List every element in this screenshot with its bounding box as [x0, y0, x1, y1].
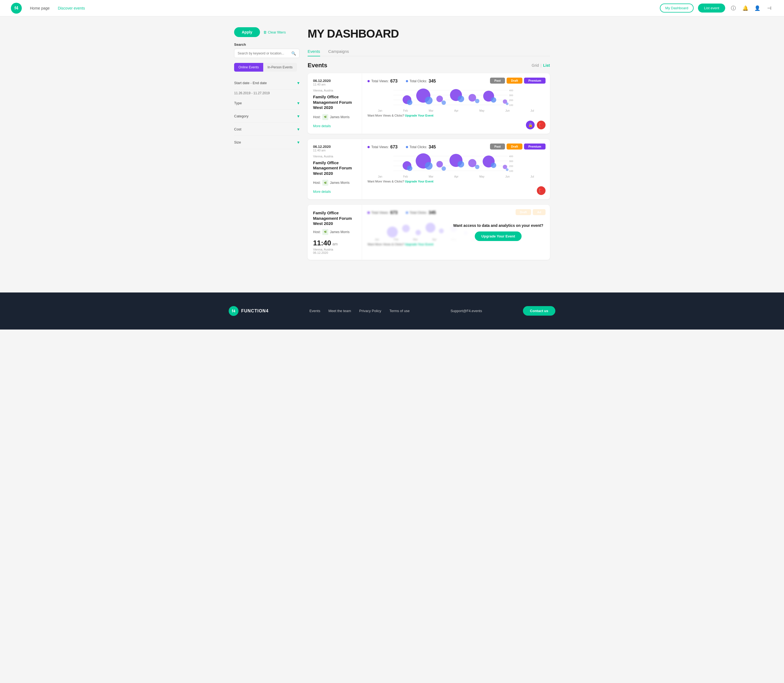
- svg-point-16: [491, 97, 496, 103]
- svg-point-46: [415, 230, 421, 235]
- footer-brand: FUNCTION4: [241, 309, 269, 313]
- card-location: Vienna, Austria: [313, 89, 356, 92]
- nav-home[interactable]: Home page: [30, 6, 50, 10]
- host-name: James Morris: [330, 115, 350, 119]
- date-filter-row[interactable]: Start date - End date ▾: [234, 77, 299, 90]
- nav-discover[interactable]: Discover events: [58, 6, 85, 10]
- more-details-link[interactable]: More details: [313, 124, 331, 128]
- svg-point-47: [426, 223, 435, 232]
- clicks-value: 345: [429, 144, 436, 149]
- size-filter-row[interactable]: Size ▾: [234, 136, 299, 149]
- cost-filter-row[interactable]: Cost ▾: [234, 123, 299, 136]
- contact-button[interactable]: Contact us: [523, 306, 555, 316]
- card-date: 06.12.2020: [313, 79, 356, 83]
- more-details-link[interactable]: More details: [313, 190, 331, 194]
- total-views-stat: Total Views: 673: [368, 79, 398, 83]
- bubble-chart-1: 400 300 200 100: [368, 87, 544, 109]
- bell-icon[interactable]: 🔔: [742, 4, 749, 12]
- grid-label[interactable]: Grid: [532, 63, 539, 67]
- list-label[interactable]: List: [543, 63, 550, 67]
- svg-point-30: [468, 159, 477, 167]
- apply-button[interactable]: Apply: [234, 27, 260, 37]
- svg-text:400: 400: [509, 89, 513, 92]
- online-events-button[interactable]: Online Events: [234, 63, 263, 72]
- card-right: Past Draft Premium Total Views: 673 Tota…: [362, 73, 550, 134]
- search-input[interactable]: [238, 51, 291, 55]
- user-icon[interactable]: 👤: [754, 4, 761, 12]
- footer-link-privacy[interactable]: Privacy Policy: [359, 309, 381, 313]
- upgrade-link[interactable]: Upgrade Your Event: [405, 114, 434, 117]
- navbar: f4 Home page Discover events My Dashboar…: [0, 0, 784, 16]
- chart-labels: JanFeb MarApr MayJun Jul: [368, 175, 544, 178]
- chevron-down-icon: ▾: [297, 80, 299, 85]
- tab-campaigns[interactable]: Campaigns: [328, 47, 349, 56]
- card-right: Past Draft Premium Total Views: 673 Tota…: [362, 139, 550, 200]
- svg-point-37: [475, 165, 479, 169]
- total-clicks-stat: Total Clicks: 345: [406, 144, 436, 149]
- page-title: MY DASHBOARD: [307, 27, 550, 40]
- card-left-third: Family Office Management Forum West 2020…: [307, 205, 362, 260]
- footer-logo: f4 FUNCTION4: [229, 306, 269, 316]
- footer-email: Support@F4.events: [451, 309, 482, 313]
- upgrade-button[interactable]: Upgrade Your Event: [475, 231, 522, 241]
- views-dot: [368, 80, 370, 82]
- upgrade-link[interactable]: Upgrade Your Event: [405, 180, 434, 183]
- badge-past: Past: [490, 144, 505, 149]
- tab-events[interactable]: Events: [307, 47, 320, 56]
- views-value: 673: [390, 79, 398, 83]
- svg-text:400: 400: [509, 155, 513, 158]
- host-logo: 🌿: [322, 114, 328, 120]
- my-dashboard-button[interactable]: My Dashboard: [660, 3, 694, 13]
- card-host: Host: 🌿 James Morris: [313, 229, 356, 235]
- info-icon[interactable]: ⓘ: [730, 4, 737, 12]
- tab-header: Events Grid | List: [307, 62, 550, 69]
- badge-draft: Draft: [507, 78, 522, 83]
- in-person-events-button[interactable]: In-Person Events: [263, 63, 297, 72]
- event-type-section: Online Events In-Person Events: [234, 63, 299, 72]
- flag-icon[interactable]: 🚩: [537, 186, 546, 195]
- logo[interactable]: f4: [11, 3, 22, 14]
- lock-icon[interactable]: 🔒: [526, 121, 534, 129]
- main-container: Apply 🗑 Clear filters Search 🔍 Online Ev…: [229, 16, 555, 276]
- category-filter-row[interactable]: Category ▾: [234, 110, 299, 123]
- svg-point-38: [491, 163, 496, 168]
- total-views-stat: Total Views: 673: [368, 144, 398, 149]
- host-logo: 🌿: [322, 180, 328, 186]
- clear-filters-button[interactable]: 🗑 Clear filters: [263, 30, 286, 34]
- logout-icon[interactable]: ⊣: [765, 4, 773, 12]
- card-action-icons: 🚩: [537, 186, 546, 195]
- content-area: MY DASHBOARD Events Campaigns Events Gri…: [307, 27, 550, 265]
- upgrade-overlay: Want access to data and analytics on you…: [447, 205, 550, 260]
- type-filter-row[interactable]: Type ▾: [234, 97, 299, 110]
- svg-point-32: [503, 165, 507, 169]
- svg-point-28: [436, 161, 443, 167]
- badge-past: Past: [490, 78, 505, 83]
- card-left: 06.12.2020 11:40 am Vienna, Austria Fami…: [307, 139, 362, 200]
- clicks-value: 345: [429, 79, 436, 83]
- sidebar-apply-row: Apply 🗑 Clear filters: [234, 27, 299, 37]
- footer-link-meet-the-team[interactable]: Meet the team: [328, 309, 351, 313]
- card-action-icons: 🔒 🚩: [526, 121, 546, 129]
- card-time: 11:40 am: [313, 83, 356, 86]
- badge-premium: Premium: [524, 78, 546, 83]
- card-location: Vienna, Austria: [313, 155, 356, 158]
- svg-point-17: [506, 103, 509, 105]
- list-event-button[interactable]: List event: [698, 3, 725, 13]
- card-right-third: Draft Ad Total Views: 673 Total Clicks:: [362, 205, 550, 260]
- footer-link-events[interactable]: Events: [309, 309, 320, 313]
- flag-icon[interactable]: 🚩: [537, 121, 546, 129]
- svg-point-12: [425, 97, 432, 104]
- search-label: Search: [234, 42, 299, 46]
- card-badges: Past Draft Premium: [490, 144, 546, 149]
- svg-point-13: [442, 101, 446, 105]
- navbar-actions: My Dashboard List event ⓘ 🔔 👤 ⊣: [660, 3, 773, 13]
- upgrade-text: Want More Views & Clicks? Upgrade Your E…: [368, 114, 544, 117]
- card-host: Host: 🌿 James Morris: [313, 114, 356, 120]
- footer-logo-icon: f4: [229, 306, 238, 316]
- upgrade-text: Want More Views & Clicks? Upgrade Your E…: [368, 180, 544, 183]
- footer-link-terms[interactable]: Terms of use: [389, 309, 410, 313]
- svg-point-34: [425, 162, 432, 170]
- tabs: Events Campaigns: [307, 47, 550, 56]
- svg-point-14: [458, 96, 464, 102]
- card-title: Family Office Management Forum West 2020: [313, 210, 356, 226]
